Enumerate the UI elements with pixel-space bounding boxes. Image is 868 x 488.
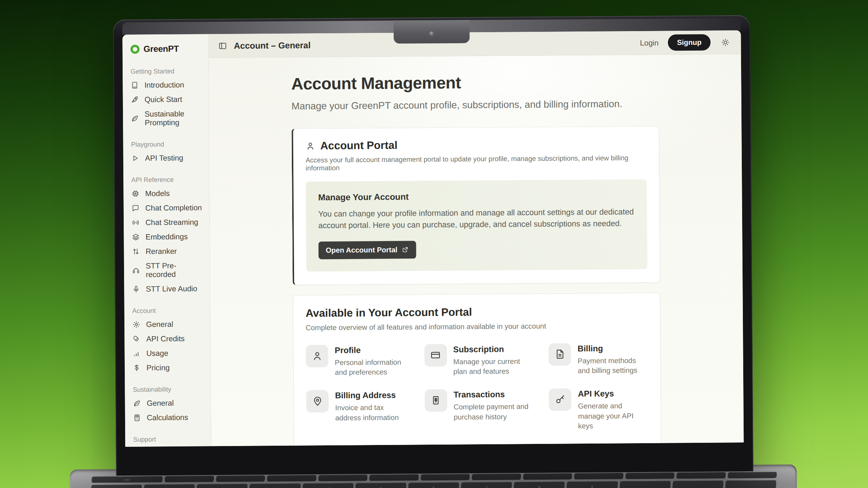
play-icon [131, 154, 139, 162]
sidebar-item-label: Chat Streaming [145, 218, 198, 227]
feature-billing: Billing Payment methods and billing sett… [549, 343, 648, 376]
cpu-icon [131, 190, 139, 198]
page-title: Account Management [291, 72, 659, 94]
feature-subscription: Subscription Manage your current plan an… [424, 343, 534, 377]
feature-title: Billing [578, 343, 648, 354]
dollar-icon [133, 364, 141, 372]
rocket-icon [131, 96, 139, 104]
feature-title: Billing Address [335, 390, 409, 400]
login-link[interactable]: Login [640, 38, 659, 47]
coins-icon [306, 445, 329, 446]
sidebar-item-label: Calculations [147, 413, 188, 422]
sidebar-item-label: Introduction [144, 81, 184, 90]
logo-text: GreenPT [144, 44, 179, 54]
sidebar-item-embeddings[interactable]: Embeddings [124, 229, 209, 244]
section-label: Support [125, 435, 211, 444]
camera-icon [429, 31, 434, 36]
feature-api-keys: API Keys Generate and manage your API ke… [549, 388, 648, 432]
features-card: Available in Your Account Portal Complet… [293, 292, 662, 446]
sidebar-item-introduction[interactable]: Introduction [123, 77, 208, 93]
map-pin-icon [306, 390, 328, 412]
theme-toggle[interactable] [721, 38, 730, 47]
feature-desc: Personal information and preferences [335, 357, 409, 378]
open-account-portal-button[interactable]: Open Account Portal [318, 241, 416, 259]
key [318, 475, 368, 481]
sidebar-item-sustainable-prompting[interactable]: Sustainable Prompting [123, 106, 209, 130]
key [216, 475, 265, 482]
sidebar-item-ai-scan[interactable]: AI Scan [125, 445, 211, 447]
leaf-icon [131, 115, 139, 123]
person-icon [306, 345, 328, 367]
key [676, 472, 726, 479]
chat-bubble-icon [132, 204, 140, 212]
broadcast-icon [132, 219, 140, 227]
sidebar-item-reranker[interactable]: Reranker [124, 244, 210, 259]
sidebar-item-api-credits[interactable]: API Credits [124, 331, 210, 346]
key: 7 [461, 482, 512, 488]
key: 6 [408, 482, 459, 488]
main-column: Account – General Login Signup Account M… [208, 30, 744, 446]
sort-arrows-icon [132, 248, 140, 256]
book-icon [131, 81, 139, 89]
feature-billing-address: Billing Address Invoice and tax address … [306, 389, 409, 433]
key [725, 480, 776, 488]
sidebar-item-models[interactable]: Models [123, 186, 209, 201]
sidebar-item-label: General [146, 320, 173, 329]
key [165, 476, 214, 482]
content-area: Account Management Manage your GreenPT a… [209, 54, 744, 446]
sidebar-item-stt-live-audio[interactable]: STT Live Audio [124, 281, 210, 296]
layers-icon [132, 233, 140, 241]
key [421, 474, 470, 480]
external-link-icon [402, 246, 409, 253]
microphone-icon [132, 285, 140, 293]
key: 8 [514, 481, 565, 488]
notch [393, 20, 469, 43]
signup-button[interactable]: Signup [668, 34, 711, 51]
sidebar-item-label: STT Pre-recorded [146, 261, 205, 279]
sidebar-item-chat-completion[interactable]: Chat Completion [124, 200, 209, 215]
feature-desc: Generate and manage your API keys [578, 401, 648, 431]
coins-icon [132, 335, 140, 343]
sidebar-item-sustainability-general[interactable]: General [125, 395, 210, 411]
sidebar-item-label: Embeddings [145, 232, 188, 241]
laptop: esc ~ 1 2 3 4 5 6 7 8 9 [67, 12, 797, 488]
leaf-icon [133, 399, 141, 407]
section-label: Sustainability [125, 385, 210, 394]
logo[interactable]: GreenPT [122, 34, 208, 57]
sidebar: GreenPT Getting Started Introduction Qui… [122, 34, 211, 447]
calculator-icon [133, 414, 141, 422]
greenpt-logo-icon [131, 44, 140, 53]
headphones-icon [132, 266, 140, 274]
key: 9 [566, 481, 618, 488]
sidebar-item-pricing[interactable]: Pricing [125, 360, 210, 375]
card-subtitle: Complete overview of all features and in… [306, 321, 648, 332]
feature-credits: Credits Monitor and purchase API credits [306, 445, 410, 446]
sidebar-item-label: Pricing [146, 363, 170, 372]
feature-desc: Invoice and tax address information [335, 402, 410, 423]
feature-desc: Complete payment and purchase history [454, 402, 534, 422]
key [267, 475, 316, 481]
key [625, 472, 675, 479]
sidebar-toggle-icon[interactable] [218, 41, 227, 50]
bar-chart-icon [425, 444, 447, 446]
sidebar-item-calculations[interactable]: Calculations [125, 410, 211, 425]
receipt-icon [425, 389, 447, 412]
screen: GreenPT Getting Started Introduction Qui… [122, 30, 744, 447]
button-label: Open Account Portal [326, 245, 397, 254]
card-description: Access your full account management port… [306, 154, 647, 172]
feature-title: Credits [335, 445, 410, 446]
sidebar-item-quick-start[interactable]: Quick Start [123, 92, 209, 107]
sidebar-item-usage[interactable]: Usage [124, 346, 210, 361]
laptop-lid: GreenPT Getting Started Introduction Qui… [113, 15, 753, 476]
sidebar-item-chat-streaming[interactable]: Chat Streaming [124, 215, 209, 230]
feature-title: Usage [454, 445, 534, 446]
feature-title: Subscription [453, 344, 533, 355]
feature-title: API Keys [578, 389, 648, 399]
gear-icon [132, 321, 140, 329]
sidebar-item-stt-prerecorded[interactable]: STT Pre-recorded [124, 258, 210, 282]
sidebar-item-account-general[interactable]: General [124, 317, 210, 332]
feature-transactions: Transactions Complete payment and purcha… [425, 389, 534, 432]
sidebar-item-api-testing[interactable]: API Testing [123, 150, 209, 166]
sun-icon [721, 38, 730, 47]
key [523, 473, 573, 480]
